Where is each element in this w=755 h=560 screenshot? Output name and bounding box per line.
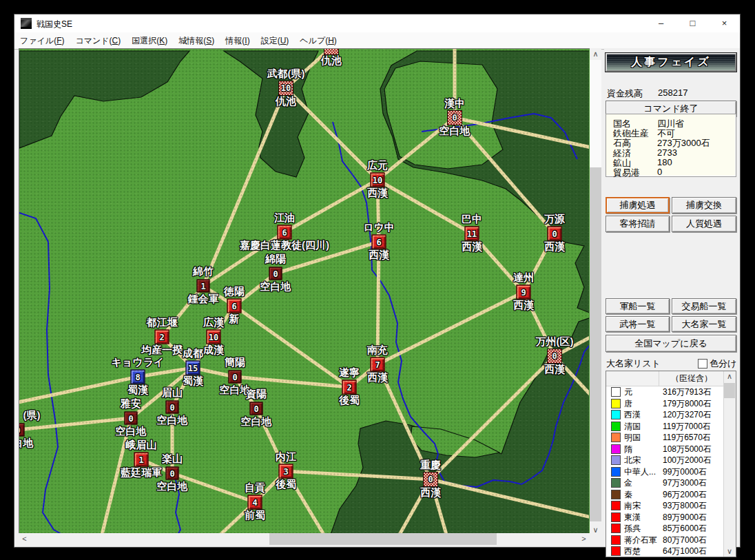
phase-banner: 人事フェイズ [606, 53, 736, 72]
scroll-right-icon[interactable]: > [578, 533, 590, 545]
list-scroll-down-icon[interactable]: ∨ [724, 546, 735, 557]
castle-icon[interactable]: 10 [371, 173, 385, 187]
list-scroll-thumb[interactable] [724, 383, 735, 398]
castle-icon[interactable]: 1 [134, 453, 149, 467]
castle-icon[interactable]: 10 [278, 81, 293, 96]
scroll-down-icon[interactable]: ∨ [590, 523, 601, 535]
prisoner-exchange-button[interactable]: 捕虜交換 [672, 197, 736, 214]
daimyo-name-column-header [606, 371, 659, 386]
map-hscrollbar[interactable]: < > [19, 533, 590, 545]
color-display-checkbox[interactable] [698, 359, 707, 369]
daimyo-row[interactable]: 清国119万7000石 [606, 421, 724, 433]
menu-item-I[interactable]: 情報(I) [220, 32, 255, 47]
menu-item-H[interactable]: ヘルプ(H) [294, 32, 342, 47]
daimyo-row[interactable]: 元316万7913石 [606, 386, 724, 398]
castle-icon[interactable]: 10 [207, 330, 221, 344]
daimyo-row[interactable]: 西楚64万1000石 [606, 546, 724, 557]
map-vscrollbar[interactable]: ∧ ∨ [590, 48, 601, 535]
castle-icon[interactable]: 0 [548, 227, 562, 241]
close-button[interactable]: × [709, 14, 740, 32]
castle-icon[interactable]: 0 [250, 402, 263, 415]
daimyo-row[interactable]: 明国119万6570石 [606, 432, 724, 444]
scroll-up-icon[interactable]: ∧ [590, 48, 601, 60]
road [378, 292, 524, 364]
city-name: 成都 [183, 347, 203, 360]
daimyo-list-scrollbar[interactable]: ∧ ∨ [723, 371, 736, 557]
castle-icon[interactable]: 8 [131, 370, 145, 384]
daimyo-color-swatch [611, 467, 621, 477]
city-owner: 空白地 [439, 125, 470, 138]
daimyo-name: 金 [624, 477, 632, 489]
menu-item-K[interactable]: 国選択(K) [126, 32, 173, 47]
scroll-left-icon[interactable]: < [19, 533, 30, 545]
castle-icon[interactable]: 0 [166, 467, 179, 480]
road [234, 306, 349, 387]
castle-icon[interactable]: 6 [372, 235, 386, 249]
general-list-button[interactable]: 武将一覧 [606, 316, 670, 332]
castle-icon[interactable]: 0 [125, 412, 138, 425]
castle-icon[interactable]: 7 [371, 357, 385, 372]
city-owner: 西漢 [420, 486, 441, 499]
tradeship-list-button[interactable]: 交易船一覧 [672, 298, 736, 314]
castle-icon[interactable]: 0 [423, 472, 438, 487]
hostage-treatment-button[interactable]: 人質処遇 [672, 216, 736, 232]
daimyo-koku: 179万8000石 [663, 398, 712, 410]
daimyo-koku: 80万7000石 [663, 535, 707, 546]
daimyo-row[interactable]: 蒋介石軍80万7000石 [606, 535, 724, 546]
castle-icon[interactable]: 9 [517, 285, 531, 300]
castle-icon[interactable]: 2 [342, 380, 357, 395]
hscroll-thumb[interactable] [269, 533, 497, 545]
vscroll-track[interactable] [590, 60, 601, 167]
menu-item-S[interactable]: 城情報(S) [173, 32, 220, 47]
castle-icon[interactable]: 1 [197, 280, 210, 293]
castle-icon[interactable]: 15 [186, 361, 200, 375]
castle-icon[interactable]: 0 [19, 424, 25, 437]
castle-icon[interactable]: 11 [465, 227, 479, 241]
guest-invite-button[interactable]: 客将招請 [606, 216, 670, 232]
daimyo-color-swatch [611, 546, 621, 556]
menu-item-F[interactable]: ファイル(F) [14, 32, 70, 47]
castle-icon[interactable]: 2 [155, 330, 169, 344]
maximize-button[interactable]: □ [677, 14, 708, 32]
castle-icon[interactable]: 0 [269, 267, 282, 280]
daimyo-row[interactable]: 孫呉85万6000石 [606, 523, 724, 535]
menu-item-U[interactable]: 設定(U) [256, 32, 295, 47]
warship-list-button[interactable]: 軍船一覧 [606, 298, 670, 314]
daimyo-row[interactable]: 隋108万5000石 [606, 444, 724, 455]
vscroll-thumb[interactable] [590, 167, 601, 521]
daimyo-name: 南宋 [624, 500, 641, 512]
city-name: 武都(県) [267, 68, 305, 81]
daimyo-row[interactable]: 西漢120万3270石 [606, 409, 724, 421]
castle-icon[interactable]: 3 [279, 464, 293, 479]
castle-icon[interactable]: 4 [248, 495, 262, 510]
castle-icon[interactable]: 0 [447, 110, 462, 125]
list-scroll-up-icon[interactable]: ∧ [724, 371, 735, 382]
back-to-map-button[interactable]: 全国マップに戻る [606, 335, 736, 352]
daimyo-list-box[interactable]: （臣従含） 元316万7913石唐179万8000石西漢120万3270石清国1… [606, 371, 736, 557]
prisoner-treatment-button[interactable]: 捕虜処遇 [606, 197, 670, 214]
daimyo-color-swatch [611, 433, 621, 442]
daimyo-name: 孫呉 [624, 523, 641, 535]
city-owner: 後蜀 [276, 478, 296, 491]
daimyo-row[interactable]: 金97万3000石 [606, 477, 724, 489]
menu-item-C[interactable]: コマンド(C) [70, 32, 126, 47]
daimyo-color-swatch [611, 422, 621, 431]
castle-icon[interactable]: 6 [278, 225, 292, 240]
minimize-button[interactable]: – [645, 14, 676, 32]
map-canvas[interactable]: 仇池武都(県)10仇池漢中0空白地広元10西漢江油6嘉慶白蓮教徒(四川)ロウ中6… [19, 49, 589, 533]
castle-icon[interactable]: 6 [227, 299, 242, 313]
castle-icon[interactable]: 0 [166, 401, 179, 414]
city-owner: 嘉慶白蓮教徒(四川) [240, 239, 329, 252]
daimyo-row[interactable]: 中華人...99万0000石 [606, 466, 724, 478]
daimyo-list-button[interactable]: 大名家一覧 [672, 316, 736, 332]
daimyo-row[interactable]: 唐179万8000石 [606, 398, 724, 410]
daimyo-row[interactable]: 南宋93万8000石 [606, 500, 724, 512]
city-name: 内江 [276, 450, 296, 464]
castle-icon[interactable]: 0 [547, 349, 562, 364]
city-owner: 西漢 [367, 371, 388, 384]
daimyo-row[interactable]: 秦96万2000石 [606, 489, 724, 501]
castle-icon[interactable]: 0 [229, 371, 242, 384]
title-bar[interactable]: 戦国史SE – □ × [14, 14, 740, 32]
daimyo-row[interactable]: 東漢89万9000石 [606, 512, 724, 523]
daimyo-row[interactable]: 北宋100万2000石 [606, 455, 724, 466]
